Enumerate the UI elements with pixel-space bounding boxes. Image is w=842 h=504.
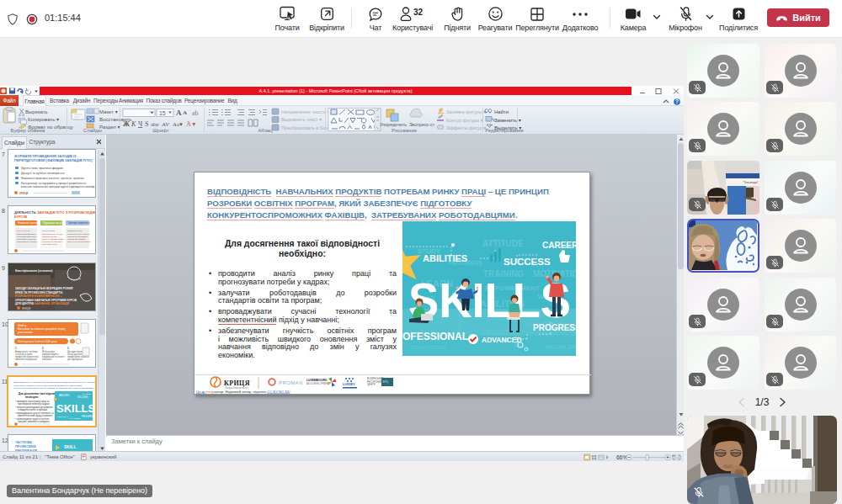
svg-text:Экспресс-ст: Экспресс-ст [409,122,435,127]
svg-text:SUCCESS: SUCCESS [504,257,551,267]
svg-text:ЧАСТКОВА: ЧАСТКОВА [15,441,32,444]
svg-text:Контур фигуры ▾: Контур фигуры ▾ [446,118,483,123]
svg-text:Тренінги 2021: Тренінги 2021 [17,230,30,232]
svg-text:ДЛЯ ЦЕНТРІВ НАВЧАННЯ, ОРГАНІЗА: ДЛЯ ЦЕНТРІВ НАВЧАННЯ, ОРГАНІЗАЦІЙ [15,302,70,305]
svg-text:ВРЦ: ВРЦ [383,380,389,384]
svg-text:Aa▾: Aa▾ [173,121,183,128]
svg-text:ABILITIES: ABILITIES [59,394,69,397]
svg-text:Центри зайнятості: Центри зайнятості [68,221,90,225]
svg-text:S: S [145,120,148,128]
svg-text:прогнозувати потреби у кадрах;: прогнозувати потреби у кадрах; [18,402,50,406]
svg-text:Макет ▾: Макет ▾ [99,109,118,114]
svg-text:Направление текста ▾: Направление текста ▾ [281,109,330,114]
svg-text:66%: 66% [616,454,627,460]
svg-text:програм і можливість швидкого: програм і можливість швидкого [18,420,50,423]
svg-text:Выровнять текст ▾: Выровнять текст ▾ [281,117,322,122]
svg-text:РОЗРОБЛЯТИ КОМПЕТЕНТНІСНО –: РОЗРОБЛЯТИ КОМПЕТЕНТНІСНО – [15,294,62,298]
svg-text:К: К [131,120,136,128]
svg-text:КРИЦЯ: КРИЦЯ [19,192,28,195]
svg-text:Підприємства регіону: Підприємства регіону [43,221,68,225]
svg-text:COMPETENCE: COMPETENCE [411,345,446,350]
svg-text:Ж: Ж [123,120,130,128]
svg-text:A: A [176,109,182,117]
svg-text:A ▾: A ▾ [186,120,195,128]
svg-text:Копировать ▾: Копировать ▾ [28,117,59,122]
svg-text:CAREER: CAREER [542,241,576,250]
svg-text:PROGRESS: PROGRESS [82,415,94,418]
svg-text:AID & DEVELOPMENT: AID & DEVELOPMENT [306,382,330,385]
svg-text:CAREER: CAREER [83,393,91,395]
svg-text:3.: 3. [67,347,69,350]
svg-text:PROMAN: PROMAN [279,380,303,385]
svg-text:ab: ab [192,109,199,117]
svg-text:LUXDEV: LUXDEV [343,383,355,386]
svg-text:"Технопарк": "Технопарк" [743,181,759,184]
svg-text:КРИЦЯ: КРИЦЯ [22,307,30,310]
svg-text:KNOWLEDGE: KNOWLEDGE [546,344,576,350]
svg-text:ПЕРЕПІДГОТОВКИ (ФАХІВЦІВ ЗАКЛА: ПЕРЕПІДГОТОВКИ (ФАХІВЦІВ ЗАКЛАДІВ П/ТО) [14,158,93,162]
svg-text:ПРОФЕСІЙНА: ПРОФЕСІЙНА [15,445,36,448]
svg-text:ОРІЄНТОВАНІ НАВЧАЛЬНІ ПРОГРАМИ: ОРІЄНТОВАНІ НАВЧАЛЬНІ ПРОГРАМИ КУРСІВ [15,299,77,302]
svg-text:ЗАХОДИ ЗАХИЩАЛЬНІ ВСЕРЕДИНІ РІ: ЗАХОДИ ЗАХИЩАЛЬНІ ВСЕРЕДИНІ РІЗНИЙ [15,287,73,290]
svg-text:КРИЦЯ: КРИЦЯ [224,379,250,387]
svg-text:Эффекты фигур ▾: Эффекты фигур ▾ [446,125,486,130]
svg-text:програми курсів: програми курсів [42,243,57,246]
svg-text:стандартів освіти та програм;: стандартів освіти та програм; [18,408,48,411]
svg-text:?: ? [675,98,679,104]
svg-text:FESSIONAL: FESSIONAL [57,416,69,418]
svg-text:Раздел ▾: Раздел ▾ [99,125,120,130]
svg-text:abe: abe [151,121,159,128]
svg-text:ABILITIES: ABILITIES [423,253,467,263]
svg-text:Круглі столи, практичні форуми: Круглі столи, практичні форуми; [21,167,63,170]
svg-text:КОНКУРЕНТОСПРОМОЖНИХ ФАХІВЦІВ,: КОНКУРЕНТОСПРОМОЖНИХ ФАХІВЦІВ, ЗАТРЕБУВА… [13,387,94,390]
svg-text:A: A [183,109,187,116]
svg-text:LUXEMBOURG: LUXEMBOURG [306,379,328,382]
svg-text:Дискусії та публічні обговорен: Дискусії та публічні обговорення; [21,172,65,175]
svg-text:Навчальні практичні заняття, т: Навчальні практичні заняття, тренінги, п… [21,177,84,180]
svg-text:Кваліфікована (основна): Кваліфікована (основна) [15,269,53,273]
svg-text:розробляння і захисту: розробляння і захисту [17,241,38,243]
svg-text:Навчальні заклади: Навчальні заклади [18,221,40,225]
svg-text:32: 32 [413,8,424,17]
svg-text:ADVANCED: ADVANCED [482,336,522,344]
svg-text:КУРСІВ: КУРСІВ [14,215,27,219]
svg-text:OFESSIONAL: OFESSIONAL [402,331,468,342]
svg-text:Найти: Найти [494,109,509,114]
svg-text:необхідно:: необхідно: [25,395,39,399]
svg-text:Вырезать: Вырезать [25,109,48,114]
svg-text:компетентнісний підхід у навча: компетентнісний підхід у навчанні; [18,414,53,417]
svg-text:ATTITUDE: ATTITUDE [482,239,524,248]
svg-text:SKILLS: SKILLS [56,402,95,415]
svg-text:15: 15 [159,110,166,116]
svg-text:Заливка фигуры ▾: Заливка фигуры ▾ [446,109,486,114]
svg-text:1.: 1. [15,347,17,350]
svg-text:навчання: навчання [42,358,52,361]
svg-text:КРИЗІ ТА ПРОФЕСІЙНІ СТАНДАРТИ;: КРИЗІ ТА ПРОФЕСІЙНІ СТАНДАРТИ; [15,291,63,294]
svg-text:ЦЕНТР: ЦЕНТР [367,383,376,386]
svg-text:для здобувачів: для здобувачів [67,358,83,361]
svg-text:учасниками: учасниками [18,331,33,334]
svg-text:ADVANCED: ADVANCED [69,417,80,420]
svg-text:Співпраця з ЦЗ: Співпраця з ЦЗ [67,230,83,232]
svg-text:AV: AV [162,121,169,128]
svg-text:Закінчується 3 квітня 2020 рок: Закінчується 3 квітня 2020 року [18,340,57,343]
svg-text:Тренінги 2021: Тренінги 2021 [42,230,56,232]
svg-text:Ця ф-інтеравтор: Науковий авто: Ця ф-інтеравтор: Науковий автор, ліцензі… [196,390,290,394]
svg-text:2.: 2. [42,347,44,350]
svg-text:SUCCESS: SUCCESS [77,395,88,399]
svg-text:Ч: Ч [138,120,142,128]
svg-text:вивчення передбачає: вивчення передбачає [15,358,38,361]
svg-text:власних навчальних програм кур: власних навчальних програм курсів підвищ… [21,185,95,188]
svg-text:Упорядочить: Упорядочить [380,122,407,127]
svg-text:Залучення роботодавців: Залучення роботодавців [67,241,91,243]
svg-text:SKILL: SKILL [64,444,76,449]
